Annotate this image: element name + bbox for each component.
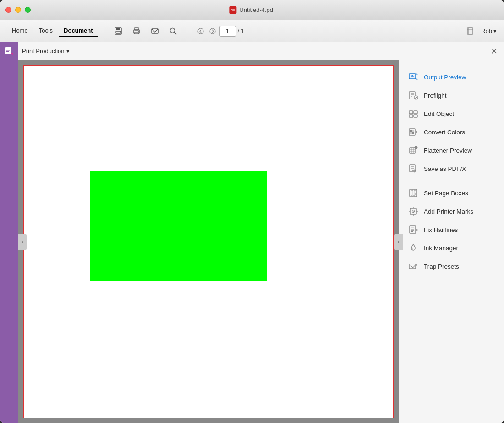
svg-rect-34 bbox=[414, 115, 417, 117]
convert-colors-label: Convert Colors bbox=[424, 129, 465, 136]
fix-hairlines-icon bbox=[408, 225, 418, 235]
svg-point-11 bbox=[210, 28, 215, 34]
svg-rect-39 bbox=[412, 132, 414, 134]
panel-item-trap-presets[interactable]: Trap Presets bbox=[399, 257, 504, 275]
svg-point-6 bbox=[138, 31, 139, 32]
svg-line-24 bbox=[416, 74, 417, 75]
save-icon bbox=[114, 27, 122, 35]
svg-rect-2 bbox=[116, 31, 121, 33]
panel-item-add-printer-marks[interactable]: Add Printer Marks bbox=[399, 202, 504, 220]
green-rectangle bbox=[90, 171, 267, 281]
email-button[interactable] bbox=[148, 24, 162, 38]
svg-rect-38 bbox=[410, 132, 412, 134]
svg-point-60 bbox=[413, 211, 414, 212]
prev-arrow-icon bbox=[197, 28, 204, 34]
user-menu[interactable]: Rob ▾ bbox=[481, 27, 497, 34]
close-panel-button[interactable]: ✕ bbox=[488, 45, 500, 58]
fix-hairlines-label: Fix Hairlines bbox=[424, 226, 458, 233]
next-page-button[interactable] bbox=[208, 26, 218, 36]
svg-rect-51 bbox=[411, 191, 416, 195]
svg-rect-40 bbox=[410, 148, 415, 153]
flattener-preview-label: Flattener Preview bbox=[424, 147, 472, 154]
page-number-input[interactable] bbox=[219, 26, 236, 37]
svg-rect-36 bbox=[410, 130, 412, 132]
right-scroll-handle[interactable]: › bbox=[394, 234, 403, 250]
print-production-bar: Print Production ▾ ✕ bbox=[0, 42, 504, 60]
right-panel: Output Preview Preflight bbox=[399, 60, 504, 423]
panel-item-fix-hairlines[interactable]: Fix Hairlines bbox=[399, 220, 504, 239]
page-navigation: / 1 bbox=[196, 26, 244, 37]
maximize-button[interactable] bbox=[25, 7, 31, 13]
tool-strip-icon-area bbox=[0, 42, 18, 60]
add-printer-marks-label: Add Printer Marks bbox=[424, 208, 473, 215]
svg-rect-37 bbox=[412, 130, 414, 132]
ink-manager-label: Ink Manager bbox=[424, 245, 458, 252]
next-arrow-icon bbox=[209, 28, 216, 34]
panel-item-set-page-boxes[interactable]: Set Page Boxes bbox=[399, 184, 504, 202]
panel-item-ink-manager[interactable]: Ink Manager bbox=[399, 239, 504, 257]
nav-tools[interactable]: Tools bbox=[34, 25, 57, 37]
panel-item-edit-object[interactable]: Edit Object bbox=[399, 104, 504, 123]
print-button[interactable] bbox=[129, 24, 144, 38]
title-bar: PDF Untitled-4.pdf bbox=[0, 0, 504, 20]
bookmark-icon bbox=[466, 27, 474, 35]
svg-rect-50 bbox=[410, 189, 417, 197]
save-as-pdfx-label: Save as PDF/X bbox=[424, 165, 466, 172]
close-button[interactable] bbox=[5, 7, 11, 13]
panel-item-output-preview[interactable]: Output Preview bbox=[399, 68, 504, 86]
minimize-button[interactable] bbox=[15, 7, 21, 13]
nav-home[interactable]: Home bbox=[7, 25, 33, 37]
ink-manager-icon bbox=[408, 243, 418, 253]
page-total: / 1 bbox=[238, 27, 244, 34]
left-tool-strip bbox=[0, 60, 18, 423]
email-icon bbox=[151, 27, 159, 35]
window-title: Untitled-4.pdf bbox=[239, 6, 274, 13]
svg-rect-32 bbox=[414, 111, 417, 114]
panel-separator bbox=[408, 181, 495, 181]
panel-item-save-as-pdfx[interactable]: Save as PDF/X bbox=[399, 159, 504, 178]
svg-rect-1 bbox=[116, 28, 120, 30]
search-icon bbox=[169, 27, 177, 35]
document-area[interactable]: ‹ bbox=[18, 60, 399, 423]
main-content: ‹ › bbox=[0, 60, 504, 423]
search-button[interactable] bbox=[166, 24, 181, 38]
output-preview-icon bbox=[408, 72, 418, 82]
svg-rect-18 bbox=[6, 51, 9, 52]
print-production-label[interactable]: Print Production ▾ bbox=[22, 48, 70, 55]
set-page-boxes-label: Set Page Boxes bbox=[424, 190, 468, 197]
left-scroll-handle[interactable]: ‹ bbox=[18, 234, 27, 250]
output-preview-label: Output Preview bbox=[424, 74, 466, 81]
flattener-preview-icon: + bbox=[408, 145, 418, 155]
panel-items-list: Output Preview Preflight bbox=[399, 60, 504, 423]
panel-item-flattener-preview[interactable]: + Flattener Preview bbox=[399, 141, 504, 159]
panel-item-preflight[interactable]: Preflight bbox=[399, 86, 504, 104]
svg-point-23 bbox=[412, 76, 413, 77]
save-button[interactable] bbox=[111, 24, 126, 38]
document-page bbox=[23, 65, 394, 418]
svg-rect-12 bbox=[467, 28, 473, 34]
svg-rect-17 bbox=[6, 50, 10, 51]
toolbar-sep-2 bbox=[187, 25, 187, 38]
svg-rect-16 bbox=[6, 49, 10, 49]
window-title-group: PDF Untitled-4.pdf bbox=[229, 6, 274, 14]
user-dropdown-arrow: ▾ bbox=[493, 27, 497, 34]
svg-point-30 bbox=[414, 96, 418, 99]
edit-object-label: Edit Object bbox=[424, 110, 454, 117]
svg-line-25 bbox=[416, 79, 417, 80]
bookmark-button[interactable] bbox=[463, 24, 477, 38]
save-as-pdfx-icon bbox=[408, 164, 418, 174]
svg-rect-33 bbox=[409, 115, 413, 117]
prev-page-button[interactable] bbox=[196, 26, 206, 36]
toolbar-right: Rob ▾ bbox=[463, 24, 497, 38]
print-icon bbox=[132, 27, 141, 35]
preflight-label: Preflight bbox=[424, 92, 447, 99]
svg-line-9 bbox=[174, 32, 176, 34]
panel-item-convert-colors[interactable]: Convert Colors bbox=[399, 123, 504, 141]
add-printer-marks-icon bbox=[408, 206, 418, 216]
toolbar-sep-1 bbox=[104, 25, 104, 38]
pdf-icon: PDF bbox=[229, 6, 236, 14]
nav-document[interactable]: Document bbox=[59, 25, 98, 37]
app-window: PDF Untitled-4.pdf Home Tools Document bbox=[0, 0, 504, 423]
trap-presets-label: Trap Presets bbox=[424, 263, 459, 270]
edit-object-icon bbox=[408, 109, 418, 119]
